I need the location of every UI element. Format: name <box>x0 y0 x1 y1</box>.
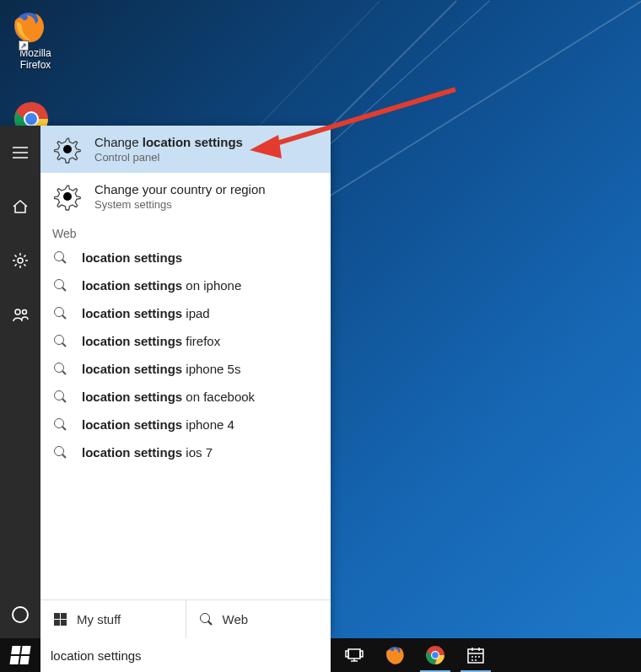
chrome-icon <box>425 645 445 665</box>
taskbar-app-chrome[interactable] <box>415 638 455 672</box>
search-icon <box>54 390 67 403</box>
tab-label: My stuff <box>77 612 121 626</box>
web-suggestion[interactable]: location settings <box>40 244 331 271</box>
desktop-shortcut-firefox[interactable]: ↗ Mozilla Firefox <box>10 8 61 71</box>
gear-icon <box>12 252 29 269</box>
cortana-results: Change location settings Control panel C… <box>40 126 331 638</box>
feedback-button[interactable] <box>0 298 40 331</box>
desktop-shortcut-label: Mozilla Firefox <box>10 47 61 71</box>
result-subtitle: System settings <box>94 198 266 211</box>
svg-point-8 <box>15 309 20 314</box>
cortana-search-panel: Change location settings Control panel C… <box>0 126 331 638</box>
web-suggestion[interactable]: location settings iphone 4 <box>40 411 331 438</box>
feedback-icon <box>12 307 29 322</box>
web-suggestion[interactable]: location settings ios 7 <box>40 438 331 466</box>
search-icon <box>54 307 67 320</box>
firefox-icon <box>10 8 47 46</box>
search-icon <box>54 418 67 431</box>
taskbar <box>0 638 641 672</box>
tab-label: Web <box>223 612 249 626</box>
svg-point-11 <box>63 192 72 201</box>
svg-point-21 <box>432 652 439 659</box>
web-suggestion[interactable]: location settings firefox <box>40 327 331 355</box>
result-change-location-settings[interactable]: Change location settings Control panel <box>40 126 331 173</box>
web-section-header: Web <box>40 220 331 244</box>
taskbar-app-firefox[interactable] <box>374 638 415 672</box>
task-view-icon <box>345 648 364 662</box>
cortana-rail <box>0 126 40 638</box>
hamburger-icon <box>13 147 28 159</box>
firefox-icon <box>384 644 406 666</box>
calendar-icon <box>466 646 485 664</box>
cortana-scope-tabs: My stuff Web <box>40 599 331 638</box>
shortcut-arrow-badge: ↗ <box>19 40 29 51</box>
result-change-country-region[interactable]: Change your country or region System set… <box>40 173 331 220</box>
search-icon <box>54 446 67 459</box>
cortana-button[interactable] <box>0 598 40 632</box>
svg-point-7 <box>18 258 23 263</box>
settings-rail-button[interactable] <box>0 244 40 277</box>
svg-rect-14 <box>346 651 348 657</box>
search-input[interactable] <box>51 648 320 663</box>
search-icon <box>54 363 67 375</box>
svg-point-10 <box>63 145 72 153</box>
taskbar-search-box[interactable] <box>40 638 331 672</box>
web-suggestion[interactable]: location settings ipad <box>40 299 331 327</box>
svg-rect-15 <box>360 651 363 657</box>
result-subtitle: Control panel <box>94 151 243 164</box>
svg-point-9 <box>23 310 27 314</box>
web-suggestion[interactable]: location settings on iphone <box>40 271 331 299</box>
taskbar-app-calendar[interactable] <box>455 638 496 672</box>
gear-icon <box>52 134 83 164</box>
home-icon <box>12 199 29 214</box>
search-icon <box>54 251 67 264</box>
svg-rect-13 <box>348 649 360 659</box>
start-button[interactable] <box>0 638 40 672</box>
gear-icon <box>52 181 83 212</box>
result-title: Change location settings <box>94 135 243 149</box>
home-button[interactable] <box>0 190 40 223</box>
tab-my-stuff[interactable]: My stuff <box>40 600 186 638</box>
windows-icon <box>54 613 67 626</box>
hamburger-button[interactable] <box>0 136 40 169</box>
web-suggestion[interactable]: location settings on facebook <box>40 383 331 411</box>
windows-logo-icon <box>9 646 30 664</box>
tab-web[interactable]: Web <box>186 600 331 638</box>
cortana-ring-icon <box>12 606 29 623</box>
search-icon <box>200 613 213 626</box>
result-title: Change your country or region <box>94 182 266 196</box>
web-suggestion[interactable]: location settings iphone 5s <box>40 355 331 383</box>
search-icon <box>54 335 67 347</box>
svg-point-3 <box>25 113 37 125</box>
search-icon <box>54 279 67 292</box>
task-view-button[interactable] <box>334 638 374 672</box>
